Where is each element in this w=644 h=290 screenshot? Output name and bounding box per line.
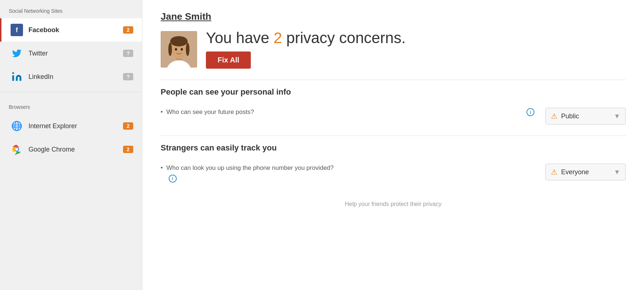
divider-2 xyxy=(161,136,626,136)
question-line: Who can look you up using the phone numb… xyxy=(166,164,534,172)
sidebar-item-label: Facebook xyxy=(28,26,123,34)
avatar xyxy=(161,31,197,68)
privacy-question: Who can see your future posts? xyxy=(166,108,524,117)
chrome-icon xyxy=(10,143,23,156)
divider-1 xyxy=(161,80,626,80)
sidebar-item-linkedin[interactable]: LinkedIn ? xyxy=(0,65,142,88)
footer-text: Help your friends protect their privacy xyxy=(161,201,626,207)
headline-before: You have xyxy=(206,29,269,46)
linkedin-icon xyxy=(10,70,23,83)
user-name[interactable]: Jane Smith xyxy=(161,11,626,22)
headline-after: privacy concerns. xyxy=(286,29,406,46)
svg-point-13 xyxy=(186,43,189,56)
social-section-title: Social Networking Sites xyxy=(0,0,142,18)
privacy-question: Who can look you up using the phone numb… xyxy=(166,164,534,172)
chevron-down-icon: ▼ xyxy=(614,112,620,120)
personal-info-section: People can see your personal info ▪ Who … xyxy=(161,87,626,128)
svg-point-12 xyxy=(168,43,172,56)
svg-point-0 xyxy=(12,72,14,74)
privacy-row-info: Who can look you up using the phone numb… xyxy=(166,164,534,183)
sidebar: Social Networking Sites f Facebook 2 Twi… xyxy=(0,0,142,290)
tracking-section: Strangers can easily track you ▪ Who can… xyxy=(161,143,626,186)
posts-visibility-dropdown[interactable]: ⚠ Public ▼ xyxy=(545,108,626,125)
bullet-icon: ▪ xyxy=(161,164,163,171)
svg-point-14 xyxy=(175,48,177,50)
sidebar-item-label: LinkedIn xyxy=(28,73,123,81)
sidebar-item-chrome[interactable]: Google Chrome 2 xyxy=(0,138,142,161)
chevron-down-icon: ▼ xyxy=(614,168,620,176)
warning-icon: ⚠ xyxy=(551,168,557,176)
bullet-icon: ▪ xyxy=(161,108,163,115)
phone-visibility-dropdown[interactable]: ⚠ Everyone ▼ xyxy=(545,164,626,180)
dropdown-label: Public xyxy=(561,112,610,120)
sidebar-item-facebook[interactable]: f Facebook 2 xyxy=(0,18,142,42)
sidebar-item-label: Internet Explorer xyxy=(28,122,123,130)
fix-all-button[interactable]: Fix All xyxy=(206,51,251,69)
personal-info-title: People can see your personal info xyxy=(161,87,626,97)
svg-point-11 xyxy=(170,36,188,46)
section-divider xyxy=(0,92,142,92)
posts-dropdown-wrapper: ⚠ Public ▼ xyxy=(545,108,626,125)
header-text-block: You have 2 privacy concerns. Fix All xyxy=(206,30,406,69)
facebook-badge: 2 xyxy=(123,26,133,34)
privacy-row-info: Who can see your future posts? i xyxy=(166,108,534,117)
ie-badge: 2 xyxy=(123,122,133,130)
browsers-section-title: Browsers xyxy=(0,96,142,114)
tracking-title: Strangers can easily track you xyxy=(161,143,626,153)
sidebar-item-ie[interactable]: Internet Explorer 2 xyxy=(0,114,142,138)
svg-point-15 xyxy=(181,48,183,50)
linkedin-badge: ? xyxy=(123,73,133,80)
info-icon[interactable]: i xyxy=(526,108,534,116)
twitter-badge: ? xyxy=(123,50,133,57)
warning-icon: ⚠ xyxy=(551,112,557,121)
privacy-headline: You have 2 privacy concerns. xyxy=(206,30,406,46)
header-row: You have 2 privacy concerns. Fix All xyxy=(161,30,626,69)
chrome-badge: 2 xyxy=(123,146,133,153)
phone-dropdown-wrapper: ⚠ Everyone ▼ xyxy=(545,164,626,180)
privacy-row-phone: ▪ Who can look you up using the phone nu… xyxy=(161,160,626,186)
question-line: Who can see your future posts? i xyxy=(166,108,534,117)
main-panel: Jane Smith xyxy=(142,0,644,290)
privacy-count: 2 xyxy=(273,29,282,46)
sidebar-item-label: Google Chrome xyxy=(28,146,123,153)
info-icon[interactable]: i xyxy=(169,175,177,183)
sidebar-item-twitter[interactable]: Twitter ? xyxy=(0,42,142,65)
facebook-icon: f xyxy=(10,23,23,37)
sidebar-item-label: Twitter xyxy=(28,50,123,57)
twitter-icon xyxy=(10,47,23,60)
svg-point-6 xyxy=(15,148,18,151)
ie-icon xyxy=(10,119,23,133)
dropdown-label: Everyone xyxy=(561,168,610,176)
privacy-row-posts: ▪ Who can see your future posts? i ⚠ Pub… xyxy=(161,104,626,128)
